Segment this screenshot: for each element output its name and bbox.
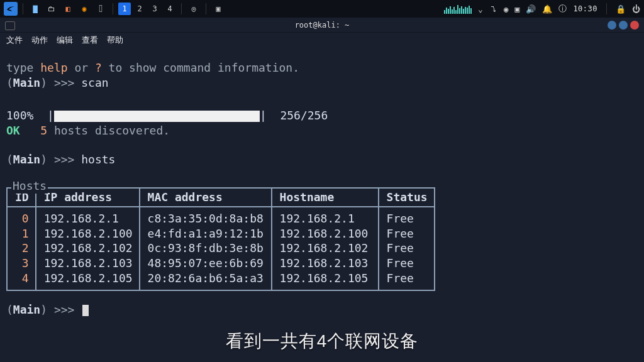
- prompt-marker: ) >>>: [40, 303, 81, 316]
- cell-host: 192.168.2.105: [272, 271, 379, 290]
- lock-icon[interactable]: 🔒: [616, 4, 626, 14]
- command-scan: scan: [81, 76, 108, 89]
- terminal-line: (Main) >>> hosts: [6, 152, 638, 167]
- help-keyword-qmark: ?: [95, 61, 102, 74]
- menu-help[interactable]: 帮助: [107, 35, 123, 46]
- terminal-prompt-current[interactable]: (Main) >>>: [6, 302, 638, 317]
- workspace-1[interactable]: 1: [118, 3, 131, 15]
- cell-mac: 0c:93:8f:db:3e:8b: [140, 241, 272, 256]
- cell-status: Free: [379, 241, 435, 256]
- window-close-button[interactable]: [630, 21, 639, 30]
- kali-logo-icon[interactable]: [4, 2, 18, 16]
- menu-action[interactable]: 动作: [31, 35, 48, 46]
- workspace-4[interactable]: 4: [164, 3, 176, 15]
- video-subtitle-caption: 看到一共有4个联网设备: [226, 329, 419, 353]
- notifications-icon[interactable]: 🔔: [542, 4, 552, 14]
- file-manager-icon[interactable]: ▇: [28, 2, 42, 16]
- workspace-3[interactable]: 3: [148, 3, 161, 15]
- hosts-legend: Hosts: [11, 178, 48, 194]
- col-mac: MAC address: [140, 188, 272, 207]
- chevron-down-icon[interactable]: ⌄: [478, 4, 483, 14]
- prompt-paren: (: [6, 303, 13, 316]
- progress-line: 100% || 256/256: [6, 108, 638, 123]
- help-text: type: [6, 61, 40, 74]
- terminal-window-icon: [5, 21, 15, 30]
- panel-divider: [206, 3, 206, 14]
- cell-mac: e4:fd:a1:a9:12:1b: [140, 226, 272, 241]
- progress-count: 256/256: [280, 109, 328, 122]
- clock[interactable]: 10:30: [573, 4, 597, 13]
- info-icon[interactable]: ⓘ: [558, 3, 567, 14]
- obs-icon[interactable]: ◎: [187, 2, 201, 16]
- menu-edit[interactable]: 编辑: [57, 35, 73, 46]
- panel-divider: [606, 3, 607, 14]
- workspace-2[interactable]: 2: [133, 3, 146, 15]
- text-editor-icon[interactable]: ◧: [61, 2, 75, 16]
- hosts-discovered-text: hosts discovered.: [47, 124, 170, 137]
- cell-mac: c8:3a:35:0d:8a:b8: [140, 207, 272, 226]
- cell-id: 0: [7, 207, 36, 226]
- table-row: 2192.168.2.1020c:93:8f:db:3e:8b192.168.2…: [7, 241, 435, 256]
- cell-mac: 48:95:07:ee:6b:69: [140, 256, 272, 271]
- menu-file[interactable]: 文件: [6, 35, 23, 46]
- cell-id: 2: [7, 241, 36, 256]
- volume-icon[interactable]: 🔊: [526, 4, 536, 14]
- cell-id: 1: [7, 226, 36, 241]
- hosts-table: ID IP address MAC address Hostname Statu…: [6, 187, 435, 292]
- col-host: Hostname: [272, 188, 379, 207]
- cell-mac: 20:82:6a:b6:5a:a3: [140, 271, 272, 290]
- cell-status: Free: [379, 271, 435, 290]
- terminal-cursor: [82, 305, 89, 316]
- prompt-paren: (: [6, 153, 13, 166]
- browser-tray-icon[interactable]: ◉: [504, 4, 509, 14]
- terminal-line: (Main) >>> scan: [6, 75, 638, 90]
- table-row: 0192.168.2.1c8:3a:35:0d:8a:b8192.168.2.1…: [7, 207, 435, 226]
- progress-pipe: |: [260, 109, 267, 122]
- panel-divider: [181, 3, 182, 14]
- spacer: [6, 138, 638, 152]
- spacer: [6, 90, 638, 108]
- cell-host: 192.168.2.102: [272, 241, 379, 256]
- prompt-marker: ) >>>: [40, 153, 81, 166]
- cell-status: Free: [379, 256, 435, 271]
- prompt-main: Main: [13, 76, 40, 89]
- screen-recorder-icon[interactable]: ▣: [211, 2, 225, 16]
- table-row: 1192.168.2.100e4:fd:a1:a9:12:1b192.168.2…: [7, 226, 435, 241]
- cell-status: Free: [379, 226, 435, 241]
- terminal-line: type help or ? to show command informati…: [6, 60, 638, 75]
- window-title: root@kali: ~: [295, 21, 350, 30]
- window-title-bar[interactable]: root@kali: ~: [0, 18, 644, 33]
- window-maximize-button[interactable]: [619, 21, 628, 30]
- menu-view[interactable]: 查看: [82, 35, 98, 46]
- progress-percent: 100%: [6, 109, 33, 122]
- prompt-paren: (: [6, 76, 13, 89]
- prompt-main: Main: [13, 153, 40, 166]
- cell-ip: 192.168.2.1: [36, 207, 140, 226]
- power-icon[interactable]: ⏻: [632, 4, 640, 14]
- files-icon[interactable]: 🗀: [45, 2, 58, 16]
- table-header-row: ID IP address MAC address Hostname Statu…: [7, 188, 435, 207]
- progress-pipe: |: [47, 109, 54, 122]
- cell-id: 3: [7, 256, 36, 271]
- network-icon[interactable]: ⭝: [489, 4, 497, 14]
- cell-host: 192.168.2.100: [272, 226, 379, 241]
- prompt-marker: ) >>>: [40, 76, 81, 89]
- cell-status: Free: [379, 207, 435, 226]
- display-icon[interactable]: ▣: [515, 4, 520, 14]
- terminal-output[interactable]: type help or ? to show command informati…: [0, 48, 644, 324]
- cell-host: 192.168.2.1: [272, 207, 379, 226]
- firefox-icon[interactable]: ◉: [77, 2, 91, 16]
- terminal-launcher-icon[interactable]: ⌷: [94, 2, 108, 16]
- progress-bar-fill: [54, 111, 260, 122]
- table-row: 4192.168.2.10520:82:6a:b6:5a:a3192.168.2…: [7, 271, 435, 290]
- help-text: or: [68, 61, 95, 74]
- help-text: to show command information.: [102, 61, 299, 74]
- prompt-main: Main: [13, 303, 40, 316]
- command-hosts: hosts: [81, 153, 115, 166]
- status-ok: OK: [6, 124, 20, 137]
- cell-host: 192.168.2.103: [272, 256, 379, 271]
- window-minimize-button[interactable]: [608, 21, 616, 30]
- col-ip: IP address: [36, 188, 140, 207]
- panel-right: ⌄ ⭝ ◉ ▣ 🔊 🔔 ⓘ 10:30 🔒 ⏻: [444, 3, 640, 14]
- panel-left: ▇ 🗀 ◧ ◉ ⌷ 1 2 3 4 ◎ ▣: [4, 2, 225, 16]
